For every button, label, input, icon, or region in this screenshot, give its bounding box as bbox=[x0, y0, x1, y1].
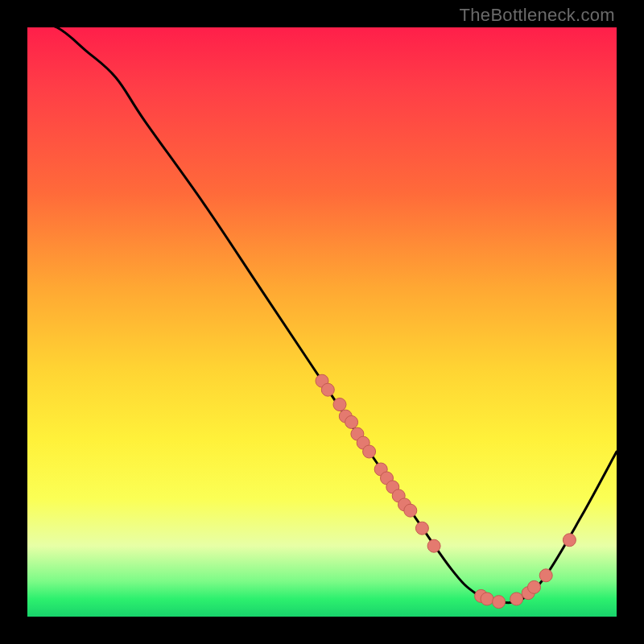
data-point bbox=[404, 504, 417, 517]
chart-svg bbox=[27, 27, 617, 617]
data-point bbox=[415, 522, 428, 535]
watermark-text: TheBottleneck.com bbox=[460, 5, 615, 26]
data-point bbox=[333, 398, 346, 411]
data-point bbox=[528, 580, 541, 593]
data-point bbox=[345, 415, 358, 428]
data-point bbox=[363, 445, 376, 458]
data-point bbox=[563, 534, 576, 547]
data-point bbox=[539, 569, 552, 582]
data-points bbox=[316, 374, 576, 609]
data-point bbox=[321, 383, 334, 396]
bottleneck-curve bbox=[27, 27, 617, 603]
data-point bbox=[493, 596, 506, 609]
data-point bbox=[427, 539, 440, 552]
data-point bbox=[481, 592, 493, 605]
chart-root: TheBottleneck.com bbox=[0, 0, 644, 644]
plot-area bbox=[27, 27, 617, 617]
data-point bbox=[510, 592, 523, 605]
